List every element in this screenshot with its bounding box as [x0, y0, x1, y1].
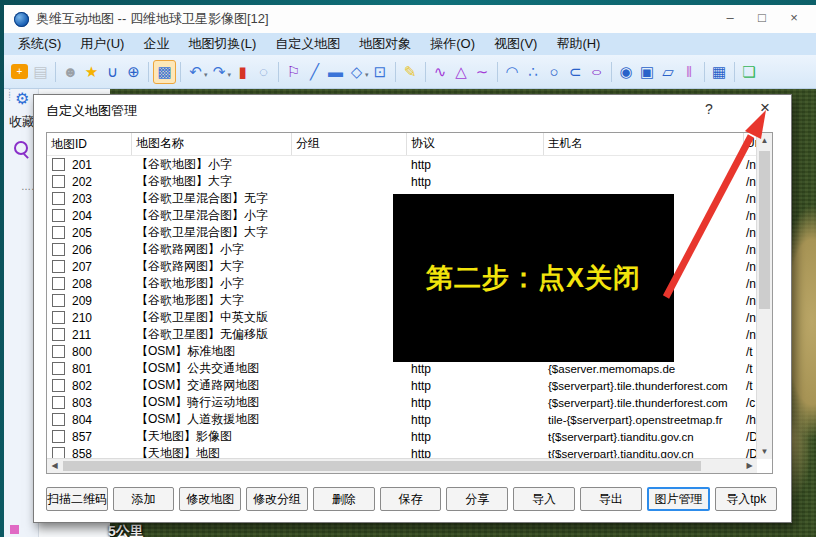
menu-map-switch[interactable]: 地图切换(L) [188, 35, 256, 53]
scroll-up-icon[interactable]: ▲ [757, 133, 772, 148]
curve-icon[interactable]: ∼ [472, 61, 493, 83]
favorites-star-icon[interactable]: ★ [81, 61, 102, 83]
menu-operation[interactable]: 操作(O) [430, 35, 475, 53]
gear-icon[interactable]: ⚙ [15, 89, 29, 108]
arc-circle-icon[interactable]: ⊂ [565, 61, 586, 83]
arc-icon[interactable]: ◠ [502, 61, 523, 83]
row-checkbox[interactable] [52, 260, 65, 273]
row-checkbox[interactable] [52, 226, 65, 239]
column-header[interactable]: 主机名 [544, 133, 744, 155]
grip-handle-icon[interactable]: ⋮⋮ [5, 90, 14, 100]
users-icon[interactable]: ☻ [60, 61, 81, 83]
row-checkbox[interactable] [52, 413, 65, 426]
rounded-rect-icon[interactable]: ▣ [637, 61, 658, 83]
row-checkbox[interactable] [52, 243, 65, 256]
grid-table-icon[interactable]: ▦ [709, 61, 730, 83]
menu-user[interactable]: 用户(U) [80, 35, 124, 53]
save-button[interactable]: 保存 [380, 487, 442, 511]
sidebar-bottom-icon[interactable] [10, 525, 19, 534]
share-button[interactable]: 分享 [446, 487, 508, 511]
image-manage-button[interactable]: 图片管理 [647, 487, 711, 511]
pushpin-icon[interactable]: ✎ [400, 61, 421, 83]
table-row[interactable]: 857【天地图】影像图httpt{$serverpart}.tianditu.g… [47, 428, 757, 445]
add-button[interactable]: 添加 [113, 487, 175, 511]
row-checkbox[interactable] [52, 396, 65, 409]
scroll-right-icon[interactable]: ▶ [742, 459, 757, 473]
menu-view[interactable]: 视图(V) [494, 35, 537, 53]
circle-icon[interactable]: ○ [544, 61, 565, 83]
ellipse-icon[interactable]: ○ [586, 61, 607, 83]
lasso-select-icon[interactable]: ◌ [253, 61, 274, 83]
import-button[interactable]: 导入 [513, 487, 575, 511]
filled-circle-icon[interactable]: ◉ [616, 61, 637, 83]
placemark-icon[interactable]: ⚐ [283, 61, 304, 83]
polyline-icon[interactable]: ∿ [430, 61, 451, 83]
dialog-help-button[interactable]: ? [701, 101, 717, 117]
row-checkbox[interactable] [52, 379, 65, 392]
export-button[interactable]: 导出 [580, 487, 642, 511]
polygon-icon[interactable]: ▱ [658, 61, 679, 83]
row-checkbox[interactable] [52, 209, 65, 222]
message-icon[interactable]: ❏ [739, 61, 760, 83]
vertical-scrollbar[interactable]: ▲ ▼ [756, 133, 772, 459]
row-checkbox[interactable] [52, 328, 65, 341]
menu-map-objects[interactable]: 地图对象 [359, 35, 411, 53]
column-header[interactable]: 地图名称 [132, 133, 292, 155]
horizontal-scrollbar[interactable]: ◀ ▶ [47, 458, 757, 473]
scroll-left-icon[interactable]: ◀ [47, 459, 62, 473]
horizontal-scroll-thumb[interactable] [63, 461, 701, 471]
row-checkbox[interactable] [52, 345, 65, 358]
scatter-points-icon[interactable]: ∴ [523, 61, 544, 83]
globe-icon[interactable]: ⊕ [123, 61, 144, 83]
column-header[interactable]: 协议 [407, 133, 544, 155]
edit-map-button[interactable]: 修改地图 [179, 487, 241, 511]
sidebar-item-favorites[interactable]: 收藏 [9, 113, 35, 131]
crop-tool-icon[interactable]: ▩ [153, 60, 176, 84]
menu-help[interactable]: 帮助(H) [556, 35, 600, 53]
row-checkbox[interactable] [52, 175, 65, 188]
row-checkbox[interactable] [52, 192, 65, 205]
row-checkbox[interactable] [52, 158, 65, 171]
maximize-button[interactable]: □ [746, 5, 778, 33]
table-row[interactable]: 801【OSM】公共交通地图http{$aserver.memomaps.de/… [47, 360, 757, 377]
row-checkbox[interactable] [52, 362, 65, 375]
dialog-close-button[interactable]: × [755, 98, 775, 118]
row-checkbox[interactable] [52, 294, 65, 307]
table-row[interactable]: 202【谷歌地图】大字http/n [47, 173, 757, 190]
table-row[interactable]: 802【OSM】交通路网地图http{$serverpart}.tile.thu… [47, 377, 757, 394]
region-tool-icon[interactable]: ◇ [346, 61, 367, 83]
column-header[interactable]: 分组 [292, 133, 407, 155]
undo-icon[interactable]: ↶ [185, 61, 206, 83]
row-checkbox[interactable] [52, 311, 65, 324]
vertical-scroll-thumb[interactable] [759, 151, 770, 309]
menu-system[interactable]: 系统(S) [18, 35, 61, 53]
table-row[interactable]: 201【谷歌地图】小字http/n [47, 156, 757, 173]
search-icon[interactable] [14, 141, 28, 155]
redo-icon[interactable]: ↷ [209, 61, 230, 83]
scroll-down-icon[interactable]: ▼ [757, 444, 772, 459]
menu-custom-map[interactable]: 自定义地图 [275, 35, 340, 53]
bars-icon[interactable]: ‖ [679, 61, 700, 83]
edit-group-button[interactable]: 修改分组 [246, 487, 308, 511]
delete-button[interactable]: 删除 [313, 487, 375, 511]
save-icon[interactable]: ▤ [30, 61, 51, 83]
delete-icon[interactable]: ▮ [232, 61, 253, 83]
row-checkbox[interactable] [52, 430, 65, 443]
map-area[interactable]: ⋮⋮ ⚙ 收藏 …… 5公里 自定义地图管理 ? × 地图ID地图名称分组协议主… [4, 89, 816, 537]
close-button[interactable]: × [778, 5, 810, 33]
triangle-icon[interactable]: △ [451, 61, 472, 83]
track-icon[interactable]: ∪ [102, 61, 123, 83]
new-map-icon[interactable]: + [11, 64, 28, 79]
scan-qr-button[interactable]: 扫描二维码 [46, 487, 108, 511]
column-header[interactable]: 地图ID [47, 133, 132, 155]
row-checkbox[interactable] [52, 277, 65, 290]
measure-distance-icon[interactable]: ╱ [304, 61, 325, 83]
table-row[interactable]: 804【OSM】人道救援地图httptile-{$serverpart}.ope… [47, 411, 757, 428]
import-tpk-button[interactable]: 导入tpk [715, 487, 777, 511]
menu-enterprise[interactable]: 企业 [143, 35, 169, 53]
minimize-button[interactable]: – [714, 5, 746, 33]
measure-area-icon[interactable]: ▬ [325, 61, 346, 83]
table-row[interactable]: 803【OSM】骑行运动地图http{$serverpart}.tile.thu… [47, 394, 757, 411]
toolbar-divider [278, 62, 279, 82]
camera-icon[interactable]: ⊡ [370, 61, 391, 83]
